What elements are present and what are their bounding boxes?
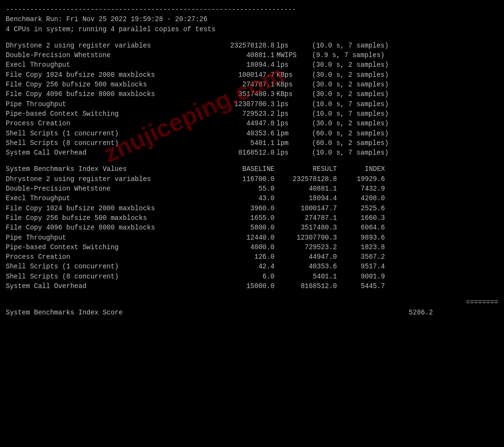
index-data-row: Process Creation 126.0 44947.0 3567.2 xyxy=(6,252,498,262)
index-row-name: File Copy 1024 bufsize 2000 maxblocks xyxy=(6,204,212,213)
bench-info: (10.0 s, 7 samples) xyxy=(312,109,389,119)
index-row-name: Execl Throughput xyxy=(6,193,212,203)
benchmark-row: Process Creation 44947.0 lps (30.0 s, 2 … xyxy=(6,119,498,128)
index-row-result: 8168512.0 xyxy=(275,281,337,291)
index-row-result: 729523.2 xyxy=(275,242,337,252)
bench-unit: KBps xyxy=(276,80,310,89)
index-row-baseline: 116700.0 xyxy=(212,174,275,184)
index-row-name: System Call Overhead xyxy=(6,281,212,291)
index-col-result: RESULT xyxy=(275,164,337,174)
terminal-output: ----------------------------------------… xyxy=(6,5,498,317)
index-row-result: 1000147.7 xyxy=(275,204,337,213)
bench-info: (9.9 s, 7 samples) xyxy=(312,50,384,60)
index-row-name: Shell Scripts (1 concurrent) xyxy=(6,262,212,271)
benchmark-row: File Copy 1024 bufsize 2000 maxblocks 10… xyxy=(6,70,498,80)
index-row-name: Pipe-based Context Switching xyxy=(6,242,212,252)
bench-info: (30.0 s, 2 samples) xyxy=(312,80,389,89)
score-value: 5286.2 xyxy=(385,308,433,317)
bench-value: 12307700.3 xyxy=(212,99,275,109)
index-row-baseline: 15000.0 xyxy=(212,281,275,291)
index-data-row: Dhrystone 2 using register variables 116… xyxy=(6,174,498,184)
index-row-name: File Copy 256 bufsize 500 maxblocks xyxy=(6,213,212,223)
bench-info: (30.0 s, 2 samples) xyxy=(312,89,389,99)
index-row-name: File Copy 4096 bufsize 8000 maxblocks xyxy=(6,223,212,232)
index-col-baseline: BASELINE xyxy=(212,164,275,174)
index-row-result: 40353.6 xyxy=(275,262,337,271)
index-row-baseline: 4000.0 xyxy=(212,242,275,252)
bench-info: (10.0 s, 7 samples) xyxy=(312,41,389,50)
bench-info: (60.0 s, 2 samples) xyxy=(312,129,389,138)
bench-info: (30.0 s, 2 samples) xyxy=(312,119,389,128)
index-data-row: Execl Throughput 43.0 18094.4 4208.0 xyxy=(6,193,498,203)
index-row-name: Double-Precision Whetstone xyxy=(6,184,212,193)
bench-name: File Copy 256 bufsize 500 maxblocks xyxy=(6,80,212,89)
bench-value: 44947.0 xyxy=(212,119,275,128)
bench-info: (10.0 s, 7 samples) xyxy=(312,148,389,157)
index-row-index: 2525.6 xyxy=(337,204,385,213)
index-row-index: 9893.6 xyxy=(337,233,385,242)
index-row-result: 44947.0 xyxy=(275,252,337,262)
benchmark-row: Shell Scripts (8 concurrent) 5401.1 lpm … xyxy=(6,138,498,148)
benchmark-row: Pipe-based Context Switching 729523.2 lp… xyxy=(6,109,498,119)
bench-info: (60.0 s, 2 samples) xyxy=(312,138,389,148)
index-row-index: 1660.3 xyxy=(337,213,385,223)
index-row-index: 9517.4 xyxy=(337,262,385,271)
index-row-baseline: 3960.0 xyxy=(212,204,275,213)
index-row-index: 4208.0 xyxy=(337,193,385,203)
bench-value: 8168512.0 xyxy=(212,148,275,157)
bench-unit: lpm xyxy=(276,138,310,148)
score-section: System Benchmarks Index Score 5286.2 xyxy=(6,308,498,317)
index-row-baseline: 43.0 xyxy=(212,193,275,203)
bench-unit: lps xyxy=(276,109,310,119)
bench-name: Dhrystone 2 using register variables xyxy=(6,41,212,50)
index-row-name: Shell Scripts (8 concurrent) xyxy=(6,272,212,281)
benchmark-row: System Call Overhead 8168512.0 lps (10.0… xyxy=(6,148,498,157)
bench-unit: lpm xyxy=(276,129,310,138)
bench-value: 18094.4 xyxy=(212,60,275,70)
equals-line: ======== xyxy=(6,298,498,307)
index-row-baseline: 55.0 xyxy=(212,184,275,193)
bench-info: (30.0 s, 2 samples) xyxy=(312,70,389,80)
benchmark-row: Execl Throughput 18094.4 lps (30.0 s, 2 … xyxy=(6,60,498,70)
index-row-baseline: 126.0 xyxy=(212,252,275,262)
bench-name: Process Creation xyxy=(6,119,212,128)
bench-value: 40881.1 xyxy=(212,50,275,60)
benchmark-row: Pipe Throughput 12307700.3 lps (10.0 s, … xyxy=(6,99,498,109)
bench-name: Double-Precision Whetstone xyxy=(6,50,212,60)
index-row-baseline: 6.0 xyxy=(212,272,275,281)
index-row-result: 232578128.8 xyxy=(275,174,337,184)
index-data-row: File Copy 4096 bufsize 8000 maxblocks 58… xyxy=(6,223,498,232)
index-row-result: 12307700.3 xyxy=(275,233,337,242)
index-data-row: File Copy 1024 bufsize 2000 maxblocks 39… xyxy=(6,204,498,213)
index-row-name: Dhrystone 2 using register variables xyxy=(6,174,212,184)
bench-unit: lps xyxy=(276,60,310,70)
bench-value: 1000147.7 xyxy=(212,70,275,80)
bench-name: Pipe-based Context Switching xyxy=(6,109,212,119)
index-row-baseline: 1655.0 xyxy=(212,213,275,223)
bench-value: 274787.1 xyxy=(212,80,275,89)
bench-unit: MWIPS xyxy=(276,50,310,60)
score-row: System Benchmarks Index Score 5286.2 xyxy=(6,308,498,317)
benchmark-row: Double-Precision Whetstone 40881.1 MWIPS… xyxy=(6,50,498,60)
index-data-row: Shell Scripts (8 concurrent) 6.0 5401.1 … xyxy=(6,272,498,281)
benchmark-row: Shell Scripts (1 concurrent) 40353.6 lpm… xyxy=(6,129,498,138)
bench-value: 232578128.8 xyxy=(212,41,275,50)
index-row-baseline: 12440.0 xyxy=(212,233,275,242)
bench-name: File Copy 4096 bufsize 8000 maxblocks xyxy=(6,89,212,99)
index-row-result: 3517480.3 xyxy=(275,223,337,232)
index-row-index: 1823.8 xyxy=(337,242,385,252)
index-row-index: 5445.7 xyxy=(337,281,385,291)
bench-name: File Copy 1024 bufsize 2000 maxblocks xyxy=(6,70,212,80)
benchmark-row: Dhrystone 2 using register variables 232… xyxy=(6,41,498,50)
index-row-result: 18094.4 xyxy=(275,193,337,203)
index-row-name: Pipe Throughput xyxy=(6,233,212,242)
index-col-index: INDEX xyxy=(337,164,385,174)
bench-name: System Call Overhead xyxy=(6,148,212,157)
bench-unit: lps xyxy=(276,119,310,128)
bench-value: 729523.2 xyxy=(212,109,275,119)
index-section: System Benchmarks Index Values BASELINE … xyxy=(6,164,498,291)
bench-info: (30.0 s, 2 samples) xyxy=(312,60,389,70)
index-row-index: 3567.2 xyxy=(337,252,385,262)
index-data-row: Double-Precision Whetstone 55.0 40881.1 … xyxy=(6,184,498,193)
index-data-row: Pipe-based Context Switching 4000.0 7295… xyxy=(6,242,498,252)
